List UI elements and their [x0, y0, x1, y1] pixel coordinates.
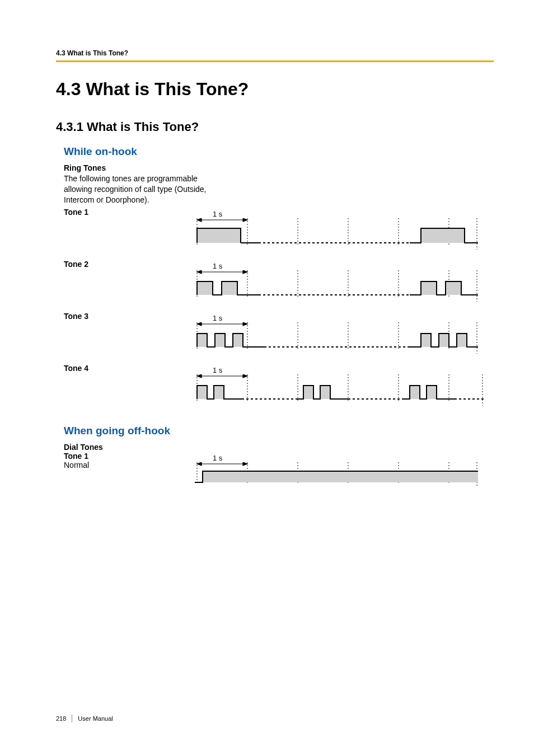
tone1-label: Tone 1 [64, 208, 88, 217]
timebase-label: 1 s [193, 262, 494, 270]
svg-rect-64 [320, 386, 330, 399]
svg-rect-12 [421, 228, 465, 243]
timebase-label: 1 s [193, 314, 494, 322]
svg-marker-58 [197, 374, 202, 378]
timebase-label: 1 s [193, 210, 494, 218]
svg-marker-9 [197, 218, 202, 222]
timebase-label: 1 s [193, 366, 494, 374]
svg-rect-79 [203, 471, 478, 482]
svg-rect-46 [421, 334, 431, 347]
tone1-diagram [193, 218, 478, 250]
svg-rect-30 [446, 281, 461, 295]
page-title: 4.3 What is This Tone? [56, 79, 494, 100]
svg-marker-41 [243, 322, 247, 326]
tone4-label: Tone 4 [64, 364, 88, 373]
tone2-label: Tone 2 [64, 260, 88, 269]
running-header: 4.3 What is This Tone? [56, 49, 494, 57]
subsection-while-on-hook: While on-hook [64, 145, 494, 158]
dialtone1-label: Tone 1 [64, 452, 193, 461]
footer-divider [72, 715, 72, 722]
svg-rect-67 [427, 386, 437, 399]
svg-marker-25 [243, 270, 247, 274]
svg-marker-78 [243, 462, 247, 466]
doc-title: User Manual [78, 715, 113, 722]
subsection-when-going-off-hook: When going off-hook [64, 425, 494, 437]
dialtone1-sublabel: Normal [64, 461, 193, 469]
header-rule [56, 60, 494, 62]
svg-rect-60 [197, 386, 207, 399]
svg-marker-10 [243, 218, 247, 222]
svg-rect-27 [222, 281, 237, 295]
section-title: 4.3.1 What is This Tone? [56, 120, 494, 134]
ring-tones-heading: Ring Tones [64, 163, 494, 172]
svg-rect-11 [197, 228, 241, 243]
dial-tones-heading: Dial Tones [64, 443, 494, 452]
svg-rect-44 [233, 334, 243, 347]
tone3-label: Tone 3 [64, 312, 88, 321]
svg-rect-43 [215, 334, 225, 347]
svg-rect-42 [197, 334, 207, 347]
tone3-diagram [193, 322, 478, 354]
timebase-label: 1 s [193, 454, 494, 462]
tone2-diagram [193, 270, 478, 302]
page-number: 218 [56, 715, 66, 722]
svg-rect-61 [214, 386, 224, 399]
page-footer: 218 User Manual [56, 715, 113, 722]
svg-rect-29 [421, 281, 437, 295]
svg-marker-59 [243, 374, 247, 378]
tone4-diagram [193, 374, 484, 406]
ring-tones-desc: The following tones are programmable all… [64, 173, 209, 205]
svg-rect-26 [197, 281, 213, 295]
svg-rect-66 [410, 386, 420, 399]
dialtone1-diagram [193, 462, 478, 487]
svg-rect-63 [303, 386, 313, 399]
svg-marker-40 [197, 322, 202, 326]
svg-marker-77 [197, 462, 202, 466]
svg-rect-48 [457, 334, 467, 347]
svg-rect-47 [439, 334, 449, 347]
svg-marker-24 [197, 270, 202, 274]
